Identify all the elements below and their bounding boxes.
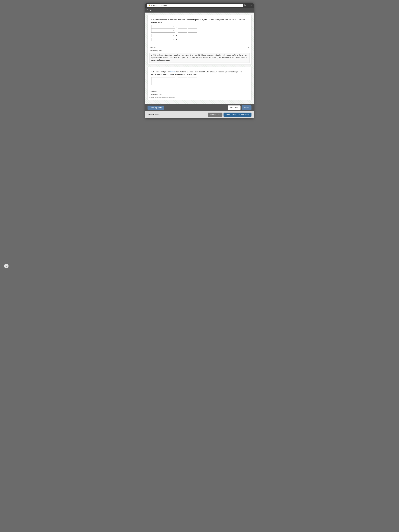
dropdown-arrow-d3: ▼	[176, 35, 177, 36]
footer-bar: All work saved. Save and Exit Submit Ass…	[146, 111, 253, 118]
dropdown-arrow-d4: ▼	[176, 39, 177, 40]
account-select-d3[interactable]	[151, 34, 175, 37]
page-icon: 🗋	[147, 9, 149, 11]
feedback-divider-d	[150, 49, 249, 49]
credit-input-d2[interactable]	[188, 29, 197, 33]
main-content: d. Sold merchandise to customers who use…	[146, 13, 253, 104]
credit-input-e2[interactable]	[188, 81, 197, 85]
question-e-journal-group: ▼ ▼	[151, 77, 248, 85]
invoice-link[interactable]: invoice	[170, 71, 176, 73]
video-icon: ▶	[150, 9, 152, 12]
journal-row-e2: ▼	[151, 81, 248, 85]
back-arrow-icon: ‹	[6, 265, 7, 267]
question-e-section: e. Received and paid an invoice from Nat…	[150, 69, 249, 88]
debit-input-e1[interactable]	[178, 77, 187, 81]
previous-button[interactable]: Previous	[228, 105, 241, 110]
address-bar[interactable]: 🔒 v2.cengagenow.com	[147, 4, 243, 7]
footer-buttons: Save and Exit Submit Assignment for Grad…	[208, 113, 252, 117]
question-d-journal-group-2: ▼ ▼	[151, 34, 248, 41]
question-d-block: d. Sold merchandise to customers who use…	[147, 15, 252, 65]
feedback-label-e: Feedback ▼	[150, 90, 249, 92]
submit-button[interactable]: Submit Assignment for Grading	[223, 113, 252, 117]
reload-icon[interactable]: ↻	[244, 4, 246, 6]
feedback-section-d: Feedback ▼ ▼ Check My Work (a-d) Record …	[150, 45, 249, 63]
app-toolbar: 🗋 ▶	[146, 8, 253, 13]
journal-row-d4: ▼	[151, 38, 248, 41]
dropdown-arrow-e2: ▼	[176, 82, 177, 84]
question-d-journal-group-1: ▼ ▼	[151, 25, 248, 33]
chevron-left-icon	[230, 107, 231, 109]
lock-icon: 🔒	[148, 4, 150, 6]
browser-top-bar: 🔒 v2.cengagenow.com ↻ ⬆ ◎	[146, 3, 253, 8]
feedback-text-d: (a-d) Record transactions from the selle…	[150, 53, 249, 63]
account-select-d1[interactable]	[151, 25, 175, 29]
journal-row-e1: ▼	[151, 77, 248, 81]
chevron-right-icon	[248, 107, 249, 109]
account-select-e2[interactable]	[151, 81, 175, 85]
account-select-d4[interactable]	[151, 38, 175, 41]
triangle-icon-d: ▼	[150, 50, 151, 51]
debit-input-d4[interactable]	[178, 38, 187, 41]
feedback-label-d: Feedback ▼	[150, 46, 249, 48]
partial-feedback-e: Record the service fee for an expense...	[150, 96, 249, 98]
debit-input-d2[interactable]	[178, 29, 187, 33]
journal-row-d1: ▼	[151, 25, 248, 29]
check-my-work-toggle-e[interactable]: ▼ Check My Work	[150, 93, 249, 95]
footer-status: All work saved.	[147, 114, 160, 116]
dropdown-arrow-d1: ▼	[176, 26, 177, 28]
credit-input-d1[interactable]	[188, 25, 197, 29]
journal-row-d3: ▼	[151, 34, 248, 37]
feedback-section-e: Feedback ▼ ▼ Check My Work Record the se…	[150, 89, 249, 98]
url-text: v2.cengagenow.com	[151, 4, 167, 6]
credit-input-d3[interactable]	[188, 34, 197, 37]
save-exit-button[interactable]: Save and Exit	[208, 113, 222, 117]
dropdown-arrow-e1: ▼	[176, 78, 177, 80]
browser-actions: ↻ ⬆ ◎	[244, 4, 252, 6]
debit-input-e2[interactable]	[178, 81, 187, 85]
debit-input-d1[interactable]	[178, 25, 187, 29]
next-button[interactable]: Next	[242, 105, 252, 110]
question-d-section: d. Sold merchandise to customers who use…	[150, 17, 249, 44]
question-d-text: d. Sold merchandise to customers who use…	[151, 19, 248, 24]
nav-buttons: Previous Next	[228, 105, 252, 110]
question-e-block: e. Received and paid an invoice from Nat…	[147, 67, 252, 100]
account-select-e1[interactable]	[151, 77, 175, 81]
feedback-dropdown-d[interactable]: ▼	[248, 46, 249, 48]
question-e-text: e. Received and paid an invoice from Nat…	[151, 71, 248, 76]
share-icon[interactable]: ⬆	[247, 4, 249, 6]
dropdown-arrow-d2: ▼	[176, 30, 177, 32]
triangle-icon-e: ▼	[150, 94, 151, 95]
feedback-dropdown-e[interactable]: ▼	[248, 90, 249, 92]
journal-row-d2: ▼	[151, 29, 248, 33]
account-select-d2[interactable]	[151, 29, 175, 33]
side-nav-left[interactable]: ‹	[4, 264, 9, 268]
bottom-toolbar: Check My Work Previous Next	[146, 104, 253, 111]
debit-input-d3[interactable]	[178, 34, 187, 37]
check-my-work-toggle-d[interactable]: ▼ Check My Work	[150, 50, 249, 52]
check-my-work-button[interactable]: Check My Work	[147, 106, 164, 110]
credit-input-d4[interactable]	[188, 38, 197, 41]
compass-icon[interactable]: ◎	[250, 4, 252, 6]
credit-input-e1[interactable]	[188, 77, 197, 81]
